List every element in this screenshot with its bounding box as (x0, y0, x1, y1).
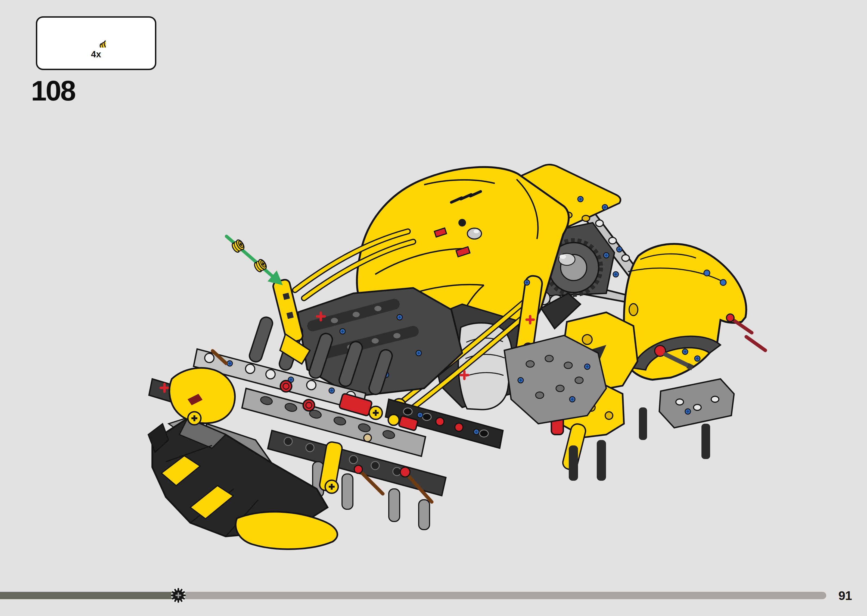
progress-remaining (178, 592, 826, 599)
page-number: 91 (839, 588, 852, 603)
progress-done (0, 592, 178, 599)
gear-icon[interactable] (170, 588, 186, 603)
rear-fender (624, 244, 746, 380)
progress-scrubber[interactable] (0, 592, 826, 599)
instruction-page: { "page": { "background_color": "#e3e2e0… (0, 0, 867, 616)
technic-car-drawing (0, 0, 867, 616)
green-arrow-shaft (227, 236, 272, 276)
model-illustration (0, 0, 867, 616)
rear-axle-stubs (727, 314, 765, 350)
assembly-arrow-callout (227, 236, 310, 364)
